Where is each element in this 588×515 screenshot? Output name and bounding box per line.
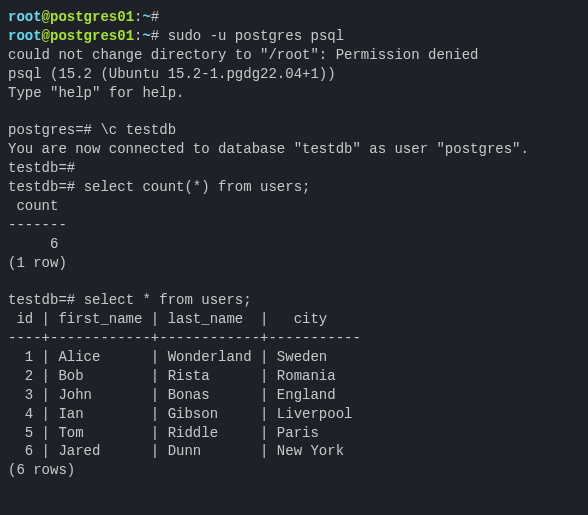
blank [8,272,580,291]
hash: # [151,28,159,44]
psql-prompt: testdb=# [8,179,75,195]
psql-prompt: postgres=# [8,122,92,138]
table-row: 4 | Ian | Gibson | Liverpool [8,405,580,424]
query-count: select count(*) from users; [84,179,311,195]
psql-connect[interactable]: postgres=# \c testdb [8,121,580,140]
psql-select-query[interactable]: testdb=# select * from users; [8,291,580,310]
hash: # [151,9,159,25]
output-warning: could not change directory to "/root": P… [8,46,580,65]
table-row: 3 | John | Bonas | England [8,386,580,405]
psql-cmd-connect: \c testdb [100,122,176,138]
host: @postgres01 [42,9,134,25]
blank [8,102,580,121]
table-row: 1 | Alice | Wonderland | Sweden [8,348,580,367]
table-row: 5 | Tom | Riddle | Paris [8,424,580,443]
output-help: Type "help" for help. [8,84,580,103]
output-version: psql (15.2 (Ubuntu 15.2-1.pgdg22.04+1)) [8,65,580,84]
psql-count-query[interactable]: testdb=# select count(*) from users; [8,178,580,197]
command-sudo: sudo -u postgres psql [168,28,344,44]
table-header: id | first_name | last_name | city [8,310,580,329]
user-root: root [8,28,42,44]
psql-connected-msg: You are now connected to database "testd… [8,140,580,159]
user-root: root [8,9,42,25]
psql-prompt: testdb=# [8,292,75,308]
table-row: 6 | Jared | Dunn | New York [8,442,580,461]
table-divider: ----+------------+------------+---------… [8,329,580,348]
query-select: select * from users; [84,292,252,308]
path: ~ [142,9,150,25]
table-row: 2 | Bob | Rista | Romania [8,367,580,386]
host: @postgres01 [42,28,134,44]
count-value: 6 [8,235,580,254]
prompt-line-2[interactable]: root@postgres01:~# sudo -u postgres psql [8,27,580,46]
prompt-line-1: root@postgres01:~# [8,8,580,27]
table-rowcount: (6 rows) [8,461,580,480]
psql-prompt-empty[interactable]: testdb=# [8,159,580,178]
count-divider: ------- [8,216,580,235]
path: ~ [142,28,150,44]
count-rows: (1 row) [8,254,580,273]
count-header: count [8,197,580,216]
